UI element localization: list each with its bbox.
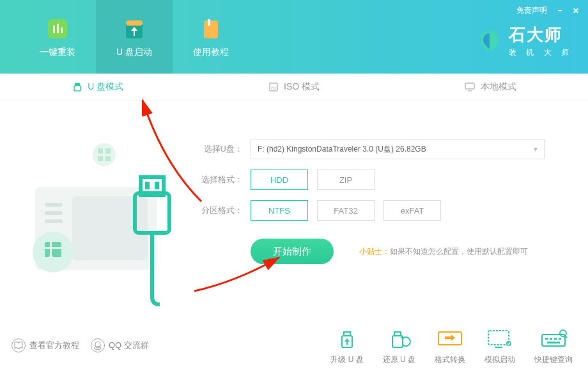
minimize-button[interactable]: － — [556, 5, 564, 16]
usb-icon — [72, 82, 82, 92]
convert-icon — [436, 326, 464, 351]
format-option-hdd[interactable]: HDD — [251, 170, 308, 190]
tool-hotkey-query[interactable]: 快捷键查询 — [534, 326, 573, 365]
mode-tab-usb[interactable]: U 盘模式 — [0, 74, 196, 100]
mode-label: ISO 模式 — [284, 81, 320, 93]
logo-icon — [477, 28, 502, 54]
link-label: QQ 交流群 — [109, 340, 149, 351]
svg-point-46 — [560, 330, 566, 336]
svg-rect-45 — [547, 342, 560, 343]
svg-rect-17 — [45, 219, 63, 223]
qq-group-link[interactable]: QQ 交流群 — [91, 338, 149, 352]
svg-rect-43 — [554, 338, 557, 340]
tool-format-convert[interactable]: 格式转换 — [435, 326, 465, 365]
tip-label: 小贴士： — [359, 247, 390, 256]
simulate-icon — [486, 326, 514, 351]
official-tutorial-link[interactable]: 查看官方教程 — [12, 338, 79, 352]
tool-label: 还原 U 盘 — [383, 354, 415, 365]
link-label: 查看官方教程 — [29, 340, 79, 351]
mode-tabs: U 盘模式 ISO ISO 模式 本地模式 — [0, 74, 588, 100]
tool-upgrade-usb[interactable]: 升级 U 盘 — [330, 326, 363, 365]
svg-rect-37 — [488, 331, 509, 345]
partition-option-fat32[interactable]: FAT32 — [317, 200, 375, 221]
svg-rect-20 — [98, 148, 103, 154]
svg-rect-16 — [45, 211, 63, 215]
disk-value: F: (hd2) KingstonDataTraveler 3.0 (U盘) 2… — [258, 144, 426, 155]
footer: 查看官方教程 QQ 交流群 升级 U 盘 还原 U 盘 格式转换 — [0, 320, 588, 371]
tutorial-icon — [198, 16, 224, 42]
svg-rect-41 — [545, 338, 548, 340]
svg-rect-44 — [559, 338, 561, 340]
chevron-down-icon: ▾ — [534, 145, 538, 154]
mode-label: 本地模式 — [481, 81, 516, 93]
svg-rect-6 — [204, 20, 218, 38]
form-area: 选择U盘： F: (hd2) KingstonDataTraveler 3.0 … — [198, 139, 545, 264]
nav-tab-tutorial[interactable]: 使用教程 — [173, 0, 249, 74]
svg-rect-5 — [126, 20, 143, 26]
svg-rect-7 — [208, 19, 210, 26]
svg-rect-12 — [465, 83, 474, 89]
mode-label: U 盘模式 — [88, 81, 123, 93]
keyboard-icon — [539, 326, 568, 351]
nav-label: 一键重装 — [40, 47, 75, 58]
header-bar: 一键重装 U 盘启动 使用教程 免责声明 － ✕ 石大师 装 机 大 师 — [0, 0, 588, 74]
logo: 石大师 装 机 大 师 — [477, 24, 573, 58]
tool-simulate-boot[interactable]: 模拟启动 — [484, 326, 515, 365]
partition-label: 分区格式： — [198, 205, 243, 216]
usb-illustration — [10, 116, 192, 308]
partition-option-exfat[interactable]: exFAT — [383, 200, 441, 221]
svg-rect-23 — [105, 156, 111, 161]
tip-text: 小贴士：如果不知道怎么配置，使用默认配置即可 — [359, 246, 528, 257]
svg-rect-22 — [98, 156, 103, 161]
svg-rect-1 — [53, 26, 55, 33]
nav-label: U 盘启动 — [116, 47, 152, 58]
svg-rect-9 — [74, 86, 81, 91]
tool-label: 快捷键查询 — [534, 354, 573, 365]
qq-icon — [91, 338, 105, 352]
disk-label: 选择U盘： — [198, 143, 243, 155]
svg-rect-15 — [45, 203, 63, 207]
svg-rect-28 — [155, 182, 159, 189]
svg-point-30 — [95, 342, 100, 348]
reinstall-icon — [45, 16, 70, 42]
svg-rect-2 — [57, 24, 59, 33]
disk-select[interactable]: F: (hd2) KingstonDataTraveler 3.0 (U盘) 2… — [251, 139, 545, 159]
mode-tab-local[interactable]: 本地模式 — [392, 74, 588, 100]
window-controls: 免责声明 － ✕ — [516, 5, 579, 16]
nav-tabs: 一键重装 U 盘启动 使用教程 — [0, 0, 249, 74]
svg-point-19 — [93, 143, 116, 166]
svg-text:ISO: ISO — [271, 86, 278, 90]
logo-title: 石大师 — [509, 24, 573, 46]
usb-boot-icon — [121, 16, 147, 42]
restore-icon — [385, 326, 413, 351]
svg-rect-35 — [394, 332, 401, 336]
start-create-button[interactable]: 开始制作 — [251, 239, 334, 264]
tool-label: 格式转换 — [435, 354, 465, 365]
tool-restore-usb[interactable]: 还原 U 盘 — [383, 326, 415, 365]
iso-icon: ISO — [268, 82, 279, 92]
disclaimer-link[interactable]: 免责声明 — [516, 5, 547, 16]
svg-rect-42 — [550, 338, 552, 340]
upgrade-icon — [333, 326, 361, 351]
book-icon — [12, 338, 26, 352]
tool-label: 升级 U 盘 — [330, 354, 363, 365]
tool-label: 模拟启动 — [484, 354, 515, 365]
body-area: 选择U盘： F: (hd2) KingstonDataTraveler 3.0 … — [0, 100, 588, 331]
mode-tab-iso[interactable]: ISO ISO 模式 — [196, 74, 392, 100]
nav-tab-usb-boot[interactable]: U 盘启动 — [96, 0, 173, 74]
svg-rect-3 — [61, 28, 63, 33]
format-label: 选择格式： — [198, 174, 243, 186]
nav-tab-reinstall[interactable]: 一键重装 — [19, 0, 96, 74]
nav-label: 使用教程 — [193, 47, 229, 58]
svg-rect-27 — [145, 182, 150, 189]
partition-option-ntfs[interactable]: NTFS — [251, 200, 308, 221]
format-option-zip[interactable]: ZIP — [317, 170, 375, 190]
monitor-icon — [464, 82, 476, 92]
svg-rect-33 — [344, 332, 350, 336]
svg-rect-21 — [105, 148, 111, 154]
close-button[interactable]: ✕ — [573, 6, 579, 15]
logo-subtitle: 装 机 大 师 — [509, 47, 573, 58]
